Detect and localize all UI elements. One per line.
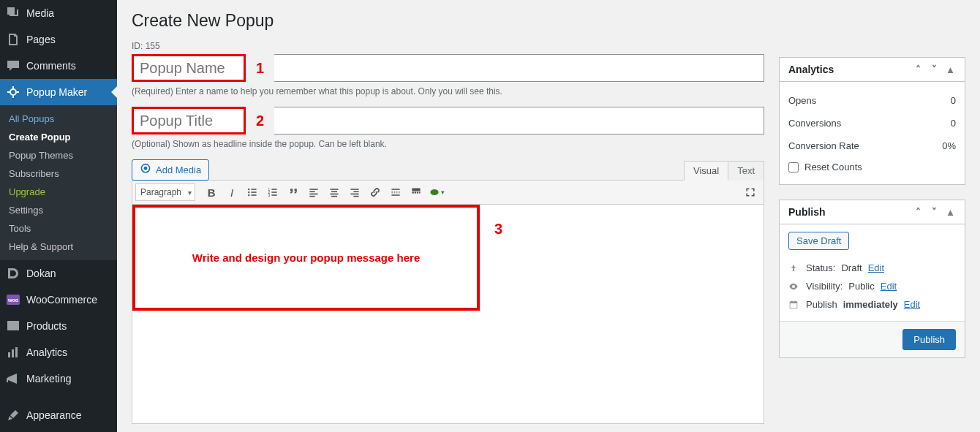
- popup-maker-icon: [6, 85, 20, 99]
- annotation-3: 3: [494, 221, 502, 238]
- toggle-icon[interactable]: ▴: [944, 206, 956, 218]
- move-down-icon[interactable]: ˅: [928, 64, 940, 75]
- fullscreen-button[interactable]: [740, 183, 761, 202]
- products-icon: [6, 319, 20, 333]
- toggle-icon[interactable]: ▴: [944, 64, 956, 75]
- link-button[interactable]: [365, 183, 385, 202]
- sidebar-item-popup-maker[interactable]: Popup Maker: [0, 79, 117, 105]
- analytics-title: Analytics: [788, 64, 834, 75]
- format-select[interactable]: Paragraph: [135, 183, 195, 201]
- sidebar-item-woocommerce[interactable]: woo WooCommerce: [0, 287, 117, 313]
- editor-tabs: Visual Text: [684, 161, 764, 181]
- sidebar-label: Dokan: [26, 268, 56, 279]
- add-media-button[interactable]: Add Media: [132, 159, 209, 181]
- move-down-icon[interactable]: ˅: [928, 206, 940, 218]
- title-help-text: (Optional) Shown as headline inside the …: [132, 139, 764, 149]
- quote-button[interactable]: [283, 183, 304, 202]
- sub-settings[interactable]: Settings: [0, 201, 117, 219]
- sidebar-submenu: All Popups Create Popup Popup Themes Sub…: [0, 105, 117, 260]
- svg-rect-40: [790, 301, 797, 303]
- align-right-button[interactable]: [344, 183, 365, 202]
- svg-rect-13: [271, 189, 276, 190]
- conversions-value: 0: [951, 118, 956, 129]
- sidebar-item-plugins[interactable]: Plugins 1: [0, 428, 117, 432]
- align-left-button[interactable]: [304, 183, 324, 202]
- italic-button[interactable]: I: [222, 183, 242, 202]
- editor-content-area[interactable]: Write and design your popup message here…: [132, 205, 764, 424]
- opens-value: 0: [951, 95, 956, 106]
- move-up-icon[interactable]: ˄: [912, 206, 924, 218]
- visibility-label: Visibility:: [806, 281, 843, 292]
- popup-name-input-extend[interactable]: [274, 54, 764, 82]
- move-up-icon[interactable]: ˄: [912, 64, 924, 75]
- appearance-icon: [6, 408, 20, 422]
- save-draft-button[interactable]: Save Draft: [788, 232, 849, 250]
- svg-rect-37: [419, 192, 421, 193]
- sidebar-label: Media: [26, 7, 54, 19]
- svg-rect-26: [350, 189, 358, 190]
- admin-sidebar: Media Pages Comments Popup Maker All Pop…: [0, 0, 117, 432]
- numbered-list-button[interactable]: 123: [263, 183, 283, 202]
- sidebar-label: WooCommerce: [26, 294, 97, 306]
- tab-visual[interactable]: Visual: [684, 161, 728, 181]
- toolbar-toggle-button[interactable]: [406, 183, 426, 202]
- sub-all-popups[interactable]: All Popups: [0, 110, 117, 128]
- sub-popup-themes[interactable]: Popup Themes: [0, 146, 117, 164]
- sidebar-item-analytics[interactable]: Analytics: [0, 339, 117, 365]
- svg-rect-35: [415, 192, 416, 193]
- svg-rect-32: [391, 194, 399, 196]
- svg-point-6: [248, 189, 249, 190]
- svg-rect-24: [330, 194, 338, 195]
- svg-rect-17: [271, 194, 276, 196]
- sub-create-popup[interactable]: Create Popup: [0, 128, 117, 146]
- popup-title-input-extend[interactable]: [274, 107, 764, 134]
- tab-text[interactable]: Text: [728, 161, 764, 181]
- visibility-value: Public: [848, 281, 874, 292]
- publish-title: Publish: [788, 206, 826, 218]
- status-edit-link[interactable]: Edit: [868, 262, 884, 273]
- sub-help[interactable]: Help & Support: [0, 238, 117, 256]
- svg-rect-33: [412, 188, 420, 191]
- sidebar-item-media[interactable]: Media: [0, 0, 117, 26]
- page-title: Create New Popup: [132, 11, 764, 31]
- conversions-label: Conversions: [788, 118, 841, 129]
- svg-rect-11: [251, 194, 256, 196]
- svg-rect-22: [330, 189, 338, 190]
- sidebar-label: Appearance: [26, 409, 82, 421]
- svg-rect-1: [7, 323, 19, 330]
- sidebar-item-pages[interactable]: Pages: [0, 26, 117, 53]
- svg-rect-29: [353, 196, 358, 197]
- sidebar-item-appearance[interactable]: Appearance: [0, 402, 117, 428]
- visibility-icon: [788, 281, 800, 292]
- bullet-list-button[interactable]: [242, 183, 263, 202]
- svg-rect-3: [8, 352, 10, 357]
- sub-tools[interactable]: Tools: [0, 219, 117, 238]
- dokan-icon: [6, 266, 20, 281]
- sidebar-item-dokan[interactable]: Dokan: [0, 260, 117, 287]
- popup-name-input[interactable]: [134, 56, 244, 80]
- sidebar-label: Comments: [26, 60, 76, 72]
- woocommerce-icon: woo: [6, 292, 20, 307]
- sidebar-item-comments[interactable]: Comments: [0, 53, 117, 79]
- publish-button[interactable]: Publish: [902, 329, 956, 350]
- readmore-button[interactable]: [385, 183, 406, 202]
- sub-upgrade[interactable]: Upgrade: [0, 183, 117, 201]
- popup-title-input[interactable]: [134, 109, 244, 132]
- sidebar-label: Popup Maker: [26, 86, 87, 98]
- media-icon: [6, 6, 20, 20]
- popup-trigger-button[interactable]: ▾: [426, 183, 447, 202]
- publish-edit-link[interactable]: Edit: [904, 299, 920, 310]
- opens-label: Opens: [788, 95, 816, 106]
- sidebar-item-marketing[interactable]: Marketing: [0, 365, 117, 392]
- svg-rect-2: [7, 321, 19, 323]
- bold-button[interactable]: B: [201, 183, 222, 202]
- svg-rect-15: [271, 192, 276, 193]
- align-center-button[interactable]: [324, 183, 344, 202]
- sub-subscribers[interactable]: Subscribers: [0, 164, 117, 183]
- svg-rect-27: [353, 191, 358, 192]
- svg-rect-7: [251, 189, 256, 190]
- reset-counts-checkbox[interactable]: [788, 162, 799, 173]
- visibility-edit-link[interactable]: Edit: [881, 281, 897, 292]
- comments-icon: [6, 58, 20, 73]
- sidebar-item-products[interactable]: Products: [0, 313, 117, 339]
